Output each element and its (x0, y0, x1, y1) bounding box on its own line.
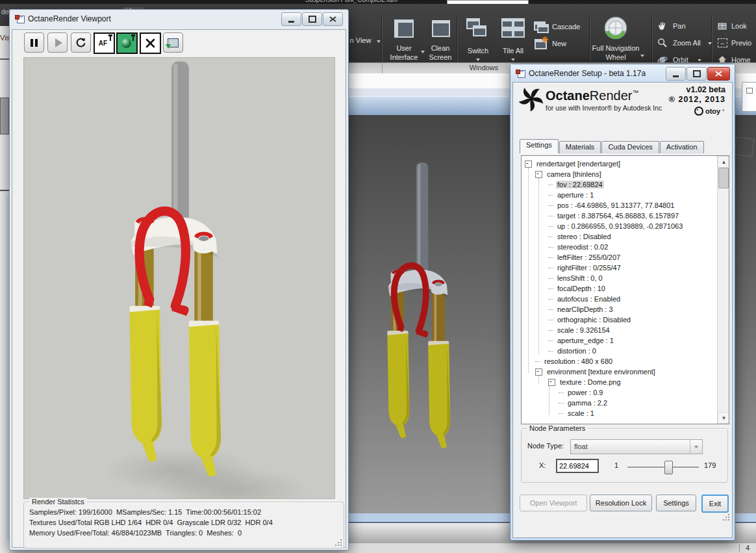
brand-copyright: ® 2012, 2013 (669, 95, 725, 104)
previous-view-button[interactable]: ← Previo (717, 38, 756, 49)
tree-item-autofocus[interactable]: autofocus : Enabled (522, 294, 729, 304)
close-render-button[interactable] (140, 32, 161, 54)
divider (0, 58, 9, 60)
render-image[interactable] (23, 57, 335, 499)
ribbon-separator (712, 16, 712, 62)
pause-render-button[interactable] (24, 32, 44, 53)
resize-grip[interactable] (723, 514, 729, 521)
pan-button[interactable]: Pan (657, 21, 709, 32)
tree-item-target[interactable]: target : 8.387564, 45.86883, 6.157897 (522, 211, 729, 221)
tree-item-aperture[interactable]: aperture : 1 (522, 190, 729, 200)
tree-item-texture[interactable]: texture : Dome.png (522, 377, 729, 387)
settings-button[interactable]: Settings (656, 495, 696, 511)
material-ball-toggle-button[interactable] (116, 32, 138, 54)
scroll-thumb[interactable] (718, 168, 729, 188)
tree-item-resolution[interactable]: resolution : 480 x 680 (522, 356, 729, 367)
view-dropdown-partial[interactable]: n View (345, 36, 376, 45)
tree-item-camera[interactable]: camera [thinlens] (522, 169, 729, 179)
tree-collapse-icon[interactable] (535, 171, 542, 178)
tree-item-orthographic[interactable]: orthographic : Disabled (522, 315, 729, 325)
tree-item-rendertarget[interactable]: rendertarget [rendertarget] (522, 159, 729, 169)
user-interface-button[interactable]: User Interface (383, 18, 425, 65)
tree-item-distortion[interactable]: distortion : 0 (522, 346, 729, 356)
tree-item-stereodist[interactable]: stereodist : 0.02 (522, 242, 729, 252)
tree-item-stereo[interactable]: stereo : Disabled (522, 231, 729, 242)
tree-item-up[interactable]: up : 0.2866955, 0.9139889, -0.2871063 (522, 221, 729, 231)
tree-item-nearclipdepth[interactable]: nearClipDepth : 3 (522, 304, 729, 315)
node-type-value: float (574, 443, 588, 450)
tree-item-gamma[interactable]: gamma : 2.2 (522, 398, 729, 408)
pin-icon (132, 36, 134, 41)
tree-scrollbar[interactable]: ▲ ▼ (717, 156, 729, 424)
zoom-all-button[interactable]: Zoom All (657, 38, 712, 49)
tree-item-aperture-edge[interactable]: aperture_edge : 1 (522, 335, 729, 346)
ribbon-separator (382, 16, 383, 62)
chevron-down-icon (640, 55, 644, 57)
tree-item-pos[interactable]: pos : -64.69865, 91.31377, 77.84801 (522, 200, 729, 211)
tree-collapse-icon[interactable] (548, 379, 555, 386)
restart-icon (75, 37, 86, 48)
open-viewport-button[interactable]: Open Viewport (520, 495, 587, 511)
maximize-button[interactable] (302, 12, 322, 26)
settings-tree[interactable]: rendertarget [rendertarget] camera [thin… (521, 155, 729, 424)
play-render-button[interactable] (47, 32, 68, 53)
tree-item-fov[interactable]: fov : 22.69824 (522, 179, 729, 190)
scroll-down-icon[interactable]: ▼ (718, 412, 729, 424)
user-interface-icon (394, 19, 414, 38)
export-render-button[interactable] (163, 32, 183, 53)
tree-item-leftfilter[interactable]: leftFilter : 255/0/207 (522, 252, 729, 263)
pin-icon (110, 36, 111, 41)
tree-item-rightfilter[interactable]: rightFilter : 0/255/47 (522, 263, 729, 273)
tile-all-button[interactable]: Tile All (496, 17, 530, 66)
otoy-logo: otoy° (694, 107, 724, 116)
tile-all-icon (513, 18, 525, 28)
slider-thumb[interactable] (664, 461, 673, 474)
left-partial-label: Vis (0, 34, 10, 42)
stats-line-samples: Samples/Pixel: 199/16000 MSamples/Sec: 1… (29, 508, 261, 516)
group-separator (382, 63, 383, 73)
tab-cuda-devices[interactable]: Cuda Devices (601, 141, 659, 153)
tree-item-scale[interactable]: scale : 9.326154 (522, 325, 729, 335)
resize-grip[interactable] (335, 539, 342, 546)
tree-collapse-icon[interactable] (525, 161, 532, 168)
tree-item-focaldepth[interactable]: focalDepth : 10 (522, 283, 729, 294)
tree-item-power[interactable]: power : 0.9 (522, 387, 729, 398)
exit-button[interactable]: Exit (701, 495, 729, 513)
tab-materials[interactable]: Materials (559, 141, 601, 153)
switch-button[interactable]: Switch (462, 17, 494, 66)
tile-all-icon (513, 28, 525, 38)
tab-settings[interactable]: Settings (520, 139, 559, 153)
look-at-button[interactable]: Look (717, 21, 756, 32)
restart-render-button[interactable] (71, 32, 91, 53)
new-window-button[interactable]: New (533, 38, 588, 51)
tile-all-icon (501, 18, 513, 28)
autofocus-toggle-button[interactable]: AF (94, 32, 115, 54)
maximize-button[interactable] (687, 67, 707, 81)
minimize-button[interactable] (281, 12, 301, 26)
close-icon (329, 16, 336, 22)
tab-activation[interactable]: Activation (660, 141, 704, 153)
scroll-up-icon[interactable]: ▲ (718, 156, 729, 168)
clean-screen-button[interactable]: Clean Screen (423, 18, 457, 65)
tree-item-environment[interactable]: environment [texture environment] (522, 367, 729, 377)
tree-item-texture-scale[interactable]: scale : 1 (522, 408, 729, 418)
tree-collapse-icon[interactable] (535, 368, 542, 376)
cascade-button[interactable]: Cascade (533, 21, 588, 34)
close-button[interactable] (323, 12, 343, 26)
winforms-app-icon (15, 15, 24, 23)
windows-group-label[interactable]: Windows (455, 64, 513, 71)
x-value-input[interactable] (556, 459, 599, 473)
look-at-icon (717, 21, 727, 31)
cad-fork-model[interactable] (375, 162, 460, 460)
node-type-select[interactable]: float (570, 439, 703, 454)
tree-item-lensshift[interactable]: lensShift : 0, 0 (522, 273, 729, 283)
minimize-button[interactable] (666, 67, 686, 81)
viewport-window-controls (281, 12, 343, 26)
viewcube-fragment[interactable] (734, 136, 755, 157)
resolution-lock-button[interactable]: Resolution Lock (590, 495, 652, 511)
close-icon (715, 71, 722, 77)
close-button[interactable] (707, 67, 730, 81)
full-navigation-wheel-button[interactable]: Full Navigation Wheel (585, 14, 647, 66)
pause-icon (31, 39, 38, 47)
fov-slider[interactable] (627, 467, 699, 468)
